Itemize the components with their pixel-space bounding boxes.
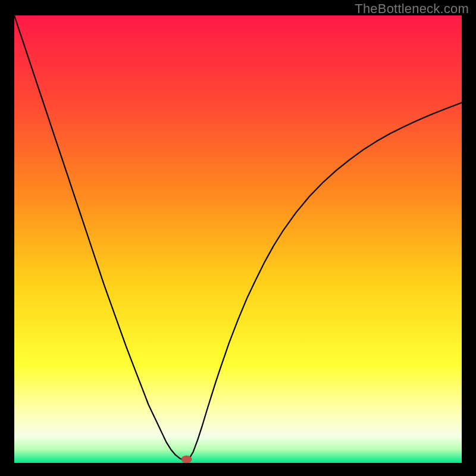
- watermark-text: TheBottleneck.com: [355, 1, 469, 17]
- plot-area: [14, 15, 462, 463]
- chart-svg: [14, 15, 462, 463]
- marker-dot: [181, 456, 192, 463]
- chart-background: [14, 15, 462, 463]
- chart-frame: TheBottleneck.com: [0, 0, 476, 476]
